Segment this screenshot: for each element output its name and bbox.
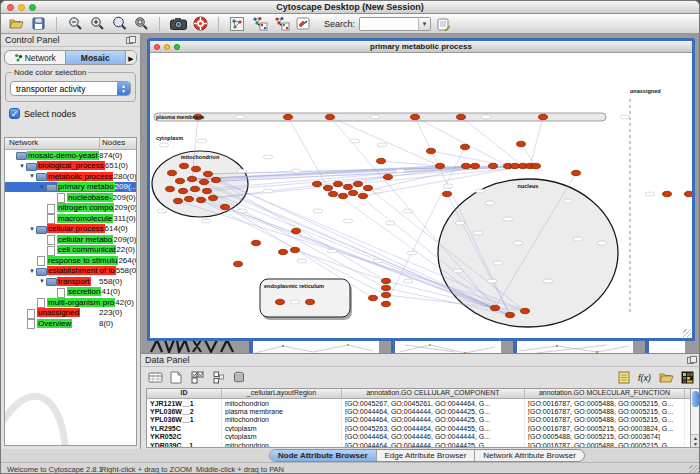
window-resize-grip[interactable] bbox=[689, 465, 699, 474]
table-row[interactable]: YPL036W__1mitochondrion[GO:0044464, GO:0… bbox=[147, 416, 695, 424]
expander-icon[interactable]: ▼ bbox=[28, 226, 36, 232]
float-panel-icon[interactable] bbox=[687, 356, 697, 364]
expander-icon[interactable]: ▼ bbox=[18, 163, 26, 169]
tab-edge-attribute-browser[interactable]: Edge Attribute Browser bbox=[377, 450, 476, 461]
table-row[interactable]: YLR295Ccytoplasm[GO:0045263, GO:0044464,… bbox=[147, 424, 695, 432]
network-node[interactable] bbox=[382, 292, 391, 297]
save-icon[interactable] bbox=[29, 15, 47, 32]
network-node[interactable] bbox=[185, 196, 194, 201]
network-node[interactable] bbox=[191, 186, 200, 191]
network-edge[interactable] bbox=[415, 117, 508, 166]
column-header[interactable]: annotation.GO MOLECULAR_FUNCTION bbox=[525, 389, 685, 398]
network-node[interactable] bbox=[382, 278, 391, 283]
network-node[interactable] bbox=[506, 312, 515, 317]
network-node[interactable] bbox=[292, 228, 301, 233]
table-row[interactable]: YJR121W__1mitochondrion[GO:0045267, GO:0… bbox=[147, 399, 695, 407]
expander-icon[interactable]: ▼ bbox=[28, 268, 36, 274]
network-node[interactable] bbox=[461, 144, 470, 149]
tab-network[interactable]: Network bbox=[5, 51, 65, 64]
tree-column-network[interactable]: Network bbox=[5, 138, 100, 149]
network-node[interactable] bbox=[306, 299, 315, 304]
tree-row[interactable]: unassigned223(0) bbox=[5, 308, 136, 319]
view-resize-grip[interactable] bbox=[683, 329, 691, 337]
network-node[interactable] bbox=[276, 299, 285, 304]
zoom-in-icon[interactable] bbox=[88, 15, 106, 32]
tree-header[interactable]: Network Nodes bbox=[5, 138, 136, 150]
network-node[interactable] bbox=[427, 148, 436, 153]
zoom-selected-icon[interactable] bbox=[132, 15, 150, 32]
tree-row[interactable]: macromolecule311(0) bbox=[5, 213, 136, 224]
background-window[interactable] bbox=[513, 340, 633, 353]
search-dropdown-icon[interactable]: ▾ bbox=[418, 18, 430, 30]
first-neighbors-icon[interactable] bbox=[250, 15, 268, 32]
network-node[interactable] bbox=[188, 176, 197, 181]
tree-row[interactable]: ▼transport558(0) bbox=[5, 276, 136, 287]
search-input[interactable] bbox=[360, 18, 418, 30]
network-node[interactable] bbox=[313, 181, 322, 186]
network-node[interactable] bbox=[166, 186, 175, 191]
network-node[interactable] bbox=[359, 193, 368, 198]
network-canvas[interactable]: plasma membranecytoplasmmitochondrionnuc… bbox=[150, 53, 692, 338]
network-node[interactable] bbox=[532, 163, 541, 168]
function-builder-icon[interactable]: f(x) bbox=[636, 369, 654, 386]
network-edge[interactable] bbox=[207, 191, 386, 288]
network-node[interactable] bbox=[349, 190, 358, 195]
help-icon[interactable] bbox=[191, 15, 209, 32]
network-node[interactable] bbox=[443, 191, 452, 196]
network-node[interactable] bbox=[209, 195, 218, 200]
tab-node-attribute-browser[interactable]: Node Attribute Browser bbox=[270, 450, 377, 461]
expand-network-icon[interactable] bbox=[272, 15, 290, 32]
expander-icon[interactable]: ▼ bbox=[38, 278, 46, 284]
tab-mosaic[interactable]: Mosaic bbox=[65, 51, 126, 64]
new-network-icon[interactable] bbox=[228, 15, 246, 32]
network-node[interactable] bbox=[457, 114, 466, 119]
column-header[interactable]: annotation.GO CELLULAR_COMPONENT bbox=[342, 389, 525, 398]
float-panel-icon[interactable] bbox=[126, 36, 136, 44]
network-node[interactable] bbox=[354, 181, 363, 186]
table-row[interactable]: YDR039C__1mitochondrion[GO:0044464, GO:0… bbox=[147, 441, 695, 448]
network-node[interactable] bbox=[203, 188, 212, 193]
network-node[interactable] bbox=[462, 163, 471, 168]
network-window-titlebar[interactable]: primary metabolic process bbox=[150, 41, 692, 53]
delete-attribute-icon[interactable] bbox=[230, 369, 248, 386]
table-row[interactable]: YPL036W__2plasma membrane[GO:0044464, GO… bbox=[147, 407, 695, 415]
select-nodes-checkbox[interactable]: ✓ bbox=[9, 108, 20, 119]
new-attribute-icon[interactable] bbox=[167, 369, 185, 386]
scrollbar-thumb[interactable] bbox=[692, 391, 699, 407]
network-node[interactable] bbox=[168, 170, 177, 175]
network-node[interactable] bbox=[179, 188, 188, 193]
network-node[interactable] bbox=[284, 114, 293, 119]
network-node[interactable] bbox=[324, 185, 333, 190]
network-node[interactable] bbox=[369, 295, 378, 300]
network-node[interactable] bbox=[382, 301, 391, 306]
network-node[interactable] bbox=[334, 181, 343, 186]
network-node[interactable] bbox=[197, 197, 206, 202]
network-node[interactable] bbox=[411, 114, 420, 119]
network-node[interactable] bbox=[382, 285, 391, 290]
network-node[interactable] bbox=[176, 178, 185, 183]
tree-row[interactable]: cell communicat22(0) bbox=[5, 245, 136, 256]
expander-icon[interactable]: ▼ bbox=[38, 184, 46, 190]
title-bar[interactable]: Cytoscape Desktop (New Session) bbox=[1, 1, 699, 14]
network-node[interactable] bbox=[279, 249, 288, 254]
open-icon[interactable] bbox=[7, 15, 25, 32]
tree-row[interactable]: ▼establishment of lo558(0) bbox=[5, 266, 136, 277]
network-node[interactable] bbox=[291, 247, 300, 252]
network-node[interactable] bbox=[491, 305, 500, 310]
background-window[interactable] bbox=[249, 340, 379, 353]
network-node[interactable] bbox=[517, 141, 526, 146]
network-node[interactable] bbox=[192, 166, 201, 171]
table-scrollbar[interactable]: ▲▼ bbox=[690, 388, 700, 448]
network-node[interactable] bbox=[521, 308, 530, 313]
network-node[interactable] bbox=[221, 204, 230, 209]
column-header[interactable]: ID bbox=[147, 389, 222, 398]
annotation-icon[interactable] bbox=[294, 15, 312, 32]
attribute-editor-icon[interactable] bbox=[435, 15, 453, 32]
background-window[interactable] bbox=[645, 340, 685, 353]
network-node[interactable] bbox=[180, 163, 189, 168]
import-attributes-icon[interactable] bbox=[657, 369, 675, 386]
tree-row[interactable]: nucleobase-209(0) bbox=[5, 192, 136, 203]
background-window[interactable] bbox=[391, 340, 501, 353]
tree-row[interactable]: mosaic-demo-yeast874(0) bbox=[5, 150, 136, 161]
tree-row[interactable]: ▼primary metabo209(... bbox=[5, 182, 136, 193]
